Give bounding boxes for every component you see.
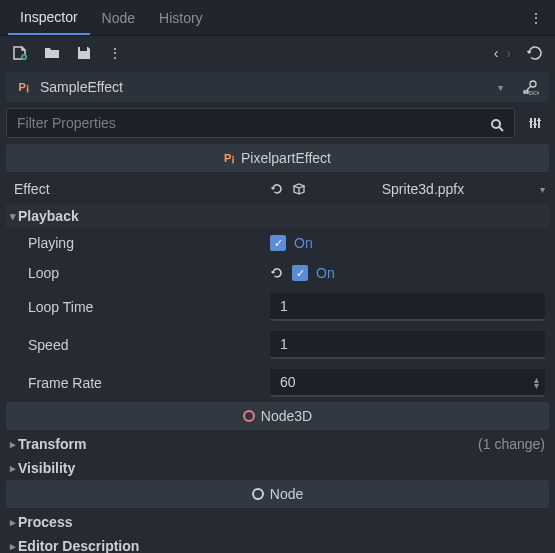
editor-desc-label: Editor Description	[18, 538, 139, 553]
save-icon[interactable]	[76, 45, 92, 61]
new-file-icon[interactable]	[12, 45, 28, 61]
nav-forward-icon: ›	[506, 45, 511, 61]
section-node3d: Node3D	[6, 402, 549, 430]
visibility-label: Visibility	[18, 460, 75, 476]
section-node3d-label: Node3D	[261, 408, 312, 424]
loop-time-input[interactable]	[270, 293, 545, 321]
effect-label: Effect	[10, 181, 270, 197]
playing-state: On	[294, 235, 313, 251]
nav-back-icon[interactable]: ‹	[494, 45, 499, 61]
tab-inspector[interactable]: Inspector	[8, 1, 90, 35]
process-label: Process	[18, 514, 72, 530]
svg-text:DOC: DOC	[529, 90, 539, 96]
revert-icon[interactable]	[270, 266, 284, 280]
speed-label: Speed	[10, 337, 270, 353]
chevron-right-icon: ▸	[10, 438, 16, 451]
tab-bar: Inspector Node History ⋮	[0, 0, 555, 36]
frame-rate-label: Frame Rate	[10, 375, 270, 391]
revert-icon[interactable]	[270, 182, 284, 196]
section-node-label: Node	[270, 486, 303, 502]
chevron-down-icon[interactable]: ▾	[540, 184, 545, 195]
category-transform[interactable]: ▸ Transform (1 change)	[6, 432, 549, 456]
filter-row	[0, 104, 555, 142]
section-pixelpart-label: PixelpartEffect	[241, 150, 331, 166]
node-name: SampleEffect	[40, 79, 123, 95]
chevron-right-icon: ▸	[10, 516, 16, 529]
tab-history[interactable]: History	[147, 2, 215, 34]
loop-time-label: Loop Time	[10, 299, 270, 315]
node-icon	[252, 488, 264, 500]
node3d-icon	[243, 410, 255, 422]
playing-label: Playing	[10, 235, 270, 251]
resource-icon[interactable]	[292, 182, 306, 196]
section-node: Node	[6, 480, 549, 508]
category-playback[interactable]: ▾ Playback	[6, 204, 549, 228]
category-visibility[interactable]: ▸ Visibility	[6, 456, 549, 480]
effect-value[interactable]: Sprite3d.ppfx	[314, 181, 532, 197]
transform-change: (1 change)	[478, 436, 545, 452]
search-icon[interactable]	[485, 113, 509, 137]
prop-effect: Effect Sprite3d.ppfx ▾	[6, 174, 549, 204]
pixelpart-icon: P¡	[224, 152, 235, 164]
playback-label: Playback	[18, 208, 79, 224]
svg-point-3	[492, 120, 500, 128]
pixelpart-node-icon: P¡	[16, 79, 32, 95]
toolbar-menu-icon[interactable]: ⋮	[108, 45, 122, 61]
section-pixelpart: P¡ PixelpartEffect	[6, 144, 549, 172]
playing-checkbox[interactable]: ✓	[270, 235, 286, 251]
chevron-right-icon: ▸	[10, 540, 16, 553]
prop-speed: Speed	[6, 326, 549, 364]
filter-settings-icon[interactable]	[521, 111, 549, 135]
transform-label: Transform	[18, 436, 86, 452]
frame-rate-input[interactable]	[270, 369, 545, 397]
tab-menu-icon[interactable]: ⋮	[525, 6, 547, 30]
prop-frame-rate: Frame Rate ▴▾	[6, 364, 549, 402]
speed-input[interactable]	[270, 331, 545, 359]
toolbar: ⋮ ‹ ›	[0, 36, 555, 70]
spinner-icon[interactable]: ▴▾	[534, 377, 539, 389]
category-editor-desc[interactable]: ▸ Editor Description	[6, 534, 549, 553]
chevron-down-icon: ▾	[498, 82, 503, 93]
loop-label: Loop	[10, 265, 270, 281]
open-folder-icon[interactable]	[44, 45, 60, 61]
prop-playing: Playing ✓ On	[6, 228, 549, 258]
filter-input[interactable]	[6, 108, 515, 138]
loop-checkbox[interactable]: ✓	[292, 265, 308, 281]
history-icon[interactable]	[527, 45, 543, 61]
tab-node[interactable]: Node	[90, 2, 147, 34]
docs-icon[interactable]: DOC	[521, 78, 539, 96]
prop-loop: Loop ✓ On	[6, 258, 549, 288]
prop-loop-time: Loop Time	[6, 288, 549, 326]
node-selector[interactable]: P¡ SampleEffect ▾ DOC	[6, 72, 549, 102]
loop-state: On	[316, 265, 335, 281]
category-process[interactable]: ▸ Process	[6, 510, 549, 534]
chevron-right-icon: ▸	[10, 462, 16, 475]
chevron-down-icon: ▾	[10, 210, 16, 223]
